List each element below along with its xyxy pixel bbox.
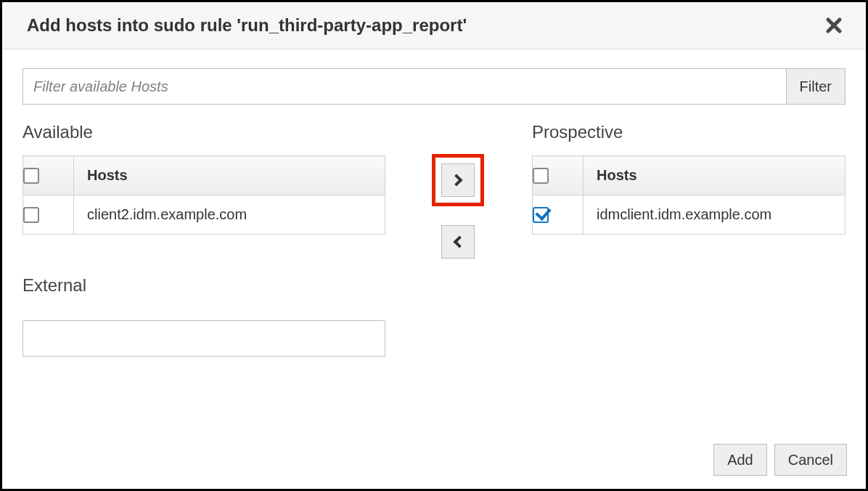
available-select-all-cell <box>23 156 74 195</box>
move-left-button[interactable] <box>441 225 475 259</box>
dual-list-picker: Available Hosts client2.idm <box>22 122 846 357</box>
move-right-highlight <box>432 154 484 206</box>
available-select-all-checkbox[interactable] <box>23 168 39 184</box>
prospective-column: Prospective Hosts idmclient <box>532 122 846 235</box>
filter-row: Filter <box>22 68 846 105</box>
external-input[interactable] <box>22 320 385 357</box>
prospective-heading: Prospective <box>532 122 846 142</box>
dialog-body: Filter Available Hosts <box>2 49 866 357</box>
close-button[interactable] <box>822 17 846 34</box>
prospective-hosts-header: Hosts <box>584 156 846 195</box>
available-column: Available Hosts client2.idm <box>22 122 385 357</box>
cancel-button[interactable]: Cancel <box>774 444 847 476</box>
chevron-left-icon <box>454 236 466 248</box>
add-button[interactable]: Add <box>713 444 767 476</box>
row-checkbox[interactable] <box>23 207 39 223</box>
host-cell: client2.idm.example.com <box>74 195 385 235</box>
dialog-footer: Add Cancel <box>713 444 847 476</box>
mover-column <box>385 122 531 259</box>
filter-input[interactable] <box>22 68 787 105</box>
prospective-table: Hosts idmclient.idm.example.com <box>532 155 846 235</box>
row-checkbox[interactable] <box>533 207 549 223</box>
dialog-header: Add hosts into sudo rule 'run_third-part… <box>2 2 866 49</box>
external-heading: External <box>22 275 385 296</box>
close-icon <box>825 17 843 34</box>
available-table: Hosts client2.idm.example.com <box>22 155 385 235</box>
table-row: client2.idm.example.com <box>23 195 385 235</box>
move-right-button[interactable] <box>441 163 475 197</box>
available-hosts-header: Hosts <box>74 156 385 195</box>
external-section: External <box>22 275 385 357</box>
prospective-select-all-cell <box>533 156 584 195</box>
host-cell: idmclient.idm.example.com <box>584 195 846 235</box>
chevron-right-icon <box>451 174 463 187</box>
dialog-title: Add hosts into sudo rule 'run_third-part… <box>27 15 467 36</box>
filter-button[interactable]: Filter <box>787 68 846 105</box>
table-row: idmclient.idm.example.com <box>533 195 846 235</box>
prospective-select-all-checkbox[interactable] <box>533 168 549 184</box>
available-heading: Available <box>22 122 385 142</box>
